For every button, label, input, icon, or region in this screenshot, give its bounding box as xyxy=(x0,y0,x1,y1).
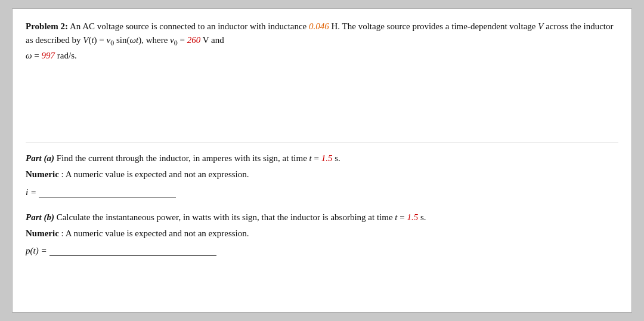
part-b-answer-line: p(t) = xyxy=(26,245,618,256)
part-b-tvalue: 1.5 xyxy=(407,212,418,222)
problem-text6: V and xyxy=(200,35,224,45)
part-a-line1: Part (a) Find the current through the in… xyxy=(26,152,618,165)
problem-section: Problem 2: An AC voltage source is conne… xyxy=(26,20,618,143)
part-b-numeric-label: Numeric xyxy=(26,229,59,238)
part-a-numeric-desc: : A numeric value is expected and not an… xyxy=(59,169,249,179)
omega-value: 997 xyxy=(42,51,55,60)
part-a-desc: Find the current through the inductor, i… xyxy=(54,153,309,163)
part-b-numeric: Numeric : A numeric value is expected an… xyxy=(26,227,618,240)
problem-text2: H. The voltage source provides a time-de… xyxy=(329,21,538,31)
inductance-value: 0.046 xyxy=(309,21,329,31)
problem-text7: rad/s. xyxy=(55,51,77,60)
problem-label: Problem 2: xyxy=(26,21,68,31)
part-a-equals: = xyxy=(312,153,321,163)
part-b-numeric-desc: : A numeric value is expected and not an… xyxy=(59,229,249,238)
page-container: Problem 2: An AC voltage source is conne… xyxy=(12,8,632,313)
part-b-block: Part (b) Calculate the instantaneous pow… xyxy=(26,211,618,257)
v0-value: 260 xyxy=(187,35,201,45)
part-b-desc: Calculate the instantaneous power, in wa… xyxy=(54,212,395,222)
part-b-label: Part (b) xyxy=(26,212,54,222)
part-a-tvalue: 1.5 xyxy=(321,153,333,163)
problem-text: Problem 2: An AC voltage source is conne… xyxy=(26,20,618,63)
part-a-answer-label: i = xyxy=(26,187,36,197)
problem-text1: An AC voltage source is connected to an … xyxy=(68,21,309,31)
part-a-label: Part (a) xyxy=(26,153,54,163)
part-b-tunit: s. xyxy=(418,212,426,222)
part-b-equals: = xyxy=(397,212,407,222)
parts-section: Part (a) Find the current through the in… xyxy=(26,143,618,256)
omega-equation: ω = xyxy=(26,51,42,60)
part-a-tunit: s. xyxy=(332,153,340,163)
part-a-input[interactable] xyxy=(39,187,176,197)
part-a-numeric: Numeric : A numeric value is expected an… xyxy=(26,168,618,181)
part-a-answer-line: i = xyxy=(26,187,618,197)
part-a-numeric-label: Numeric xyxy=(26,169,59,179)
part-b-input[interactable] xyxy=(49,245,216,256)
work-area-spacer xyxy=(26,63,618,134)
part-a-block: Part (a) Find the current through the in… xyxy=(26,152,618,197)
part-b-answer-label: p(t) = xyxy=(26,246,47,256)
equation-text: V(t) = v0 sin(ωt), where v0 = xyxy=(83,35,187,45)
part-b-line1: Part (b) Calculate the instantaneous pow… xyxy=(26,211,618,224)
